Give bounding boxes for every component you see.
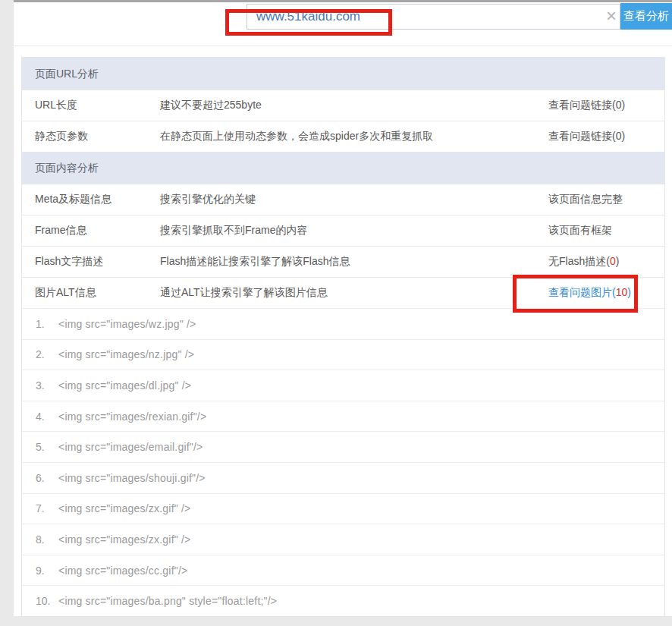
- result-text: 该页面信息完整: [548, 193, 623, 205]
- result-text[interactable]: 查看问题链接(0): [548, 99, 625, 111]
- analysis-row: Frame信息搜索引擎抓取不到Frame的内容该页面有框架: [22, 215, 664, 246]
- img-tag-code: <img src="images/dl.jpg" />: [58, 379, 191, 392]
- section-header: 页面内容分析: [22, 152, 664, 184]
- item-number: 2.: [36, 348, 54, 360]
- img-tag-code: <img src="images/nz.jpg" />: [58, 348, 194, 360]
- image-list-item: 1.<img src="images/wz.jpg" />: [22, 308, 664, 339]
- metric-name: Flash文字描述: [22, 255, 160, 269]
- paren-close: ): [616, 255, 620, 267]
- img-tag-code: <img src="images/ba.png" style="float:le…: [58, 595, 277, 607]
- metric-description: 在静态页面上使用动态参数，会造成spider多次和重复抓取: [160, 130, 548, 143]
- metric-name: Frame信息: [22, 224, 160, 238]
- url-input[interactable]: [247, 5, 596, 29]
- img-tag-code: <img src="images/wz.jpg" />: [58, 318, 196, 330]
- item-number: 5.: [36, 441, 54, 453]
- metric-result: 该页面有框架: [548, 224, 664, 238]
- metric-name: 图片ALT信息: [22, 286, 160, 300]
- search-bar: × 查看分析: [14, 2, 672, 46]
- analyze-button[interactable]: 查看分析: [620, 3, 672, 30]
- image-list-item: 4.<img src="images/rexian.gif"/>: [22, 401, 664, 432]
- metric-result: 查看问题链接(0): [548, 99, 664, 112]
- analysis-row: URL长度建议不要超过255byte查看问题链接(0): [22, 90, 664, 121]
- image-list-item: 7.<img src="images/zx.gif" />: [22, 493, 664, 524]
- metric-result: 查看问题图片(10): [548, 286, 664, 300]
- result-count: 10: [616, 286, 628, 298]
- item-number: 6.: [36, 472, 54, 484]
- image-list-item: 8.<img src="images/zx.gif" />: [22, 524, 664, 555]
- section-header: 页面URL分析: [22, 58, 664, 90]
- metric-result: 该页面信息完整: [548, 193, 664, 206]
- image-list-item: 2.<img src="images/nz.jpg" />: [22, 339, 664, 370]
- item-number: 4.: [36, 411, 54, 423]
- clear-icon[interactable]: ×: [606, 7, 617, 25]
- paren-close: ): [627, 286, 631, 298]
- image-list-item: 3.<img src="images/dl.jpg" />: [22, 370, 664, 401]
- metric-name: 静态页参数: [22, 130, 160, 143]
- img-tag-code: <img src="images/rexian.gif"/>: [58, 411, 206, 423]
- item-number: 1.: [36, 318, 54, 330]
- url-input-box: ×: [247, 4, 620, 30]
- img-tag-code: <img src="images/zx.gif" />: [58, 502, 190, 514]
- item-number: 8.: [36, 533, 54, 546]
- image-list-item: 6.<img src="images/shouji.gif"/>: [22, 462, 664, 493]
- img-tag-code: <img src="images/shouji.gif"/>: [58, 472, 206, 484]
- analysis-row: 静态页参数在静态页面上使用动态参数，会造成spider多次和重复抓取查看问题链接…: [22, 121, 664, 152]
- analysis-row: 图片ALT信息通过ALT让搜索引擎了解该图片信息查看问题图片(10): [22, 277, 664, 308]
- result-text: 该页面有框架: [548, 224, 612, 236]
- item-number: 10.: [36, 595, 54, 607]
- metric-name: Meta及标题信息: [22, 193, 160, 206]
- analysis-row: Meta及标题信息搜索引擎优化的关键该页面信息完整: [22, 184, 664, 215]
- metric-result: 查看问题链接(0): [548, 130, 664, 143]
- analysis-table: 页面URL分析URL长度建议不要超过255byte查看问题链接(0)静态页参数在…: [21, 57, 665, 617]
- result-count: 0: [610, 255, 616, 267]
- image-list-item: 9.<img src="images/cc.gif"/>: [22, 555, 664, 586]
- analysis-row: Flash文字描述Flash描述能让搜索引擎了解该Flash信息无Flash描述…: [22, 246, 664, 277]
- item-number: 3.: [36, 379, 54, 392]
- image-list-item: 10.<img src="images/ba.png" style="float…: [22, 585, 664, 616]
- metric-description: 通过ALT让搜索引擎了解该图片信息: [160, 286, 548, 300]
- metric-description: Flash描述能让搜索引擎了解该Flash信息: [160, 255, 548, 269]
- item-number: 7.: [36, 502, 54, 514]
- image-list-item: 5.<img src="images/email.gif"/>: [22, 431, 664, 462]
- metric-result: 无Flash描述(0): [548, 255, 664, 269]
- item-number: 9.: [36, 565, 54, 577]
- content-panel: × 查看分析 页面URL分析URL长度建议不要超过255byte查看问题链接(0…: [14, 0, 672, 616]
- result-link[interactable]: 查看问题图片: [548, 286, 612, 298]
- img-tag-code: <img src="images/email.gif"/>: [58, 441, 203, 453]
- metric-description: 搜索引擎优化的关键: [160, 193, 548, 206]
- metric-description: 搜索引擎抓取不到Frame的内容: [160, 224, 548, 238]
- img-tag-code: <img src="images/zx.gif" />: [58, 533, 190, 546]
- img-tag-code: <img src="images/cc.gif"/>: [58, 565, 187, 577]
- metric-name: URL长度: [22, 99, 160, 112]
- result-text[interactable]: 无Flash描述: [548, 255, 606, 267]
- metric-description: 建议不要超过255byte: [160, 99, 548, 112]
- result-text[interactable]: 查看问题链接(0): [548, 130, 625, 142]
